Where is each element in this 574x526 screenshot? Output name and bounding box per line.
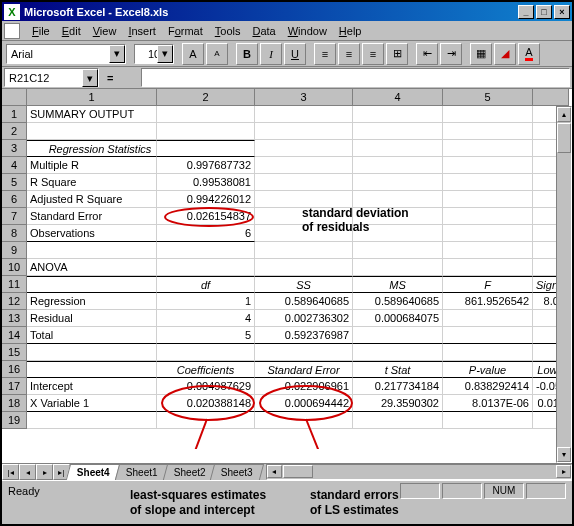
sheet-tab[interactable]: Sheet2 [162,464,216,480]
cell[interactable]: Total [27,327,157,344]
column-header[interactable] [533,89,569,106]
cell[interactable] [157,259,255,276]
cell[interactable]: 0.000694442 [255,395,353,412]
font-dropdown-icon[interactable]: ▾ [109,45,125,63]
cell[interactable] [157,106,255,123]
cell[interactable]: F [443,276,533,293]
cell[interactable]: 29.3590302 [353,395,443,412]
scroll-right-icon[interactable]: ▸ [556,465,571,478]
menu-insert[interactable]: Insert [122,23,162,39]
cell[interactable]: 0.99538081 [157,174,255,191]
column-header[interactable]: 2 [157,89,255,106]
cell[interactable]: 0.022906961 [255,378,353,395]
cell[interactable] [353,106,443,123]
font-size-selector[interactable]: 10 ▾ [134,44,174,64]
cell[interactable]: SUMMARY OUTPUT [27,106,157,123]
close-button[interactable]: × [554,5,570,19]
cell[interactable]: 0.589640685 [255,293,353,310]
cell[interactable] [443,412,533,429]
cell[interactable] [255,412,353,429]
column-header[interactable]: 4 [353,89,443,106]
tab-first-icon[interactable]: |◂ [2,464,19,480]
cell[interactable]: 0.217734184 [353,378,443,395]
cell[interactable]: 5 [157,327,255,344]
cell[interactable]: 0.994226012 [157,191,255,208]
row-header[interactable]: 8 [2,225,27,242]
cell[interactable]: 0.997687732 [157,157,255,174]
underline-button[interactable]: U [284,43,306,65]
cell[interactable] [443,174,533,191]
cell[interactable] [353,157,443,174]
row-header[interactable]: 12 [2,293,27,310]
row-header[interactable]: 15 [2,344,27,361]
menu-edit[interactable]: Edit [56,23,87,39]
scroll-up-icon[interactable]: ▴ [557,107,571,122]
cell[interactable]: 4 [157,310,255,327]
cell[interactable]: Residual [27,310,157,327]
row-header[interactable]: 11 [2,276,27,293]
column-header[interactable]: 3 [255,89,353,106]
cell[interactable]: 0.000684075 [353,310,443,327]
cell[interactable] [353,259,443,276]
scroll-thumb[interactable] [557,123,571,153]
cell[interactable]: Multiple R [27,157,157,174]
bold-button[interactable]: B [236,43,258,65]
hscroll-thumb[interactable] [283,465,313,478]
cell[interactable] [27,412,157,429]
cell[interactable] [353,123,443,140]
cell[interactable]: 0.838292414 [443,378,533,395]
maximize-button[interactable]: □ [536,5,552,19]
row-header[interactable]: 6 [2,191,27,208]
cell[interactable] [443,157,533,174]
menu-data[interactable]: Data [246,23,281,39]
row-header[interactable]: 18 [2,395,27,412]
tab-prev-icon[interactable]: ◂ [19,464,36,480]
menu-file[interactable]: File [26,23,56,39]
cell[interactable]: MS [353,276,443,293]
cell[interactable] [27,361,157,378]
cell[interactable] [255,123,353,140]
indent-decrease-button[interactable]: ⇤ [416,43,438,65]
column-header[interactable]: 5 [443,89,533,106]
cell[interactable]: Regression [27,293,157,310]
cell[interactable] [157,123,255,140]
cell[interactable]: Standard Error [27,208,157,225]
cell[interactable] [443,327,533,344]
font-color-button[interactable]: A [518,43,540,65]
cell[interactable] [157,140,255,157]
cell[interactable] [255,157,353,174]
menu-format[interactable]: Format [162,23,209,39]
cell[interactable] [443,140,533,157]
row-header[interactable]: 2 [2,123,27,140]
cell[interactable]: Coefficients [157,361,255,378]
row-header[interactable]: 13 [2,310,27,327]
document-icon[interactable] [4,23,20,39]
horizontal-scrollbar[interactable]: ◂ ▸ [266,464,572,480]
cell[interactable]: Intercept [27,378,157,395]
indent-increase-button[interactable]: ⇥ [440,43,462,65]
scroll-down-icon[interactable]: ▾ [557,447,571,462]
cell[interactable] [27,242,157,259]
cell[interactable] [157,242,255,259]
cell[interactable] [27,276,157,293]
cell[interactable] [353,140,443,157]
cell[interactable]: 0.589640685 [353,293,443,310]
cell[interactable] [443,344,533,361]
vertical-scrollbar[interactable]: ▴ ▾ [556,106,572,463]
row-header[interactable]: 19 [2,412,27,429]
tab-next-icon[interactable]: ▸ [36,464,53,480]
cell[interactable] [255,344,353,361]
merge-center-button[interactable]: ⊞ [386,43,408,65]
namebox-dropdown-icon[interactable]: ▾ [82,69,98,87]
cell[interactable] [353,327,443,344]
borders-button[interactable]: ▦ [470,43,492,65]
cell[interactable] [443,225,533,242]
cell[interactable] [443,191,533,208]
cell[interactable]: Standard Error [255,361,353,378]
font-selector[interactable]: Arial ▾ [6,44,126,64]
cell[interactable] [443,106,533,123]
name-box[interactable]: R21C12 ▾ [4,68,99,87]
cell[interactable] [353,242,443,259]
cell[interactable]: 0.592376987 [255,327,353,344]
cell[interactable]: Observations [27,225,157,242]
